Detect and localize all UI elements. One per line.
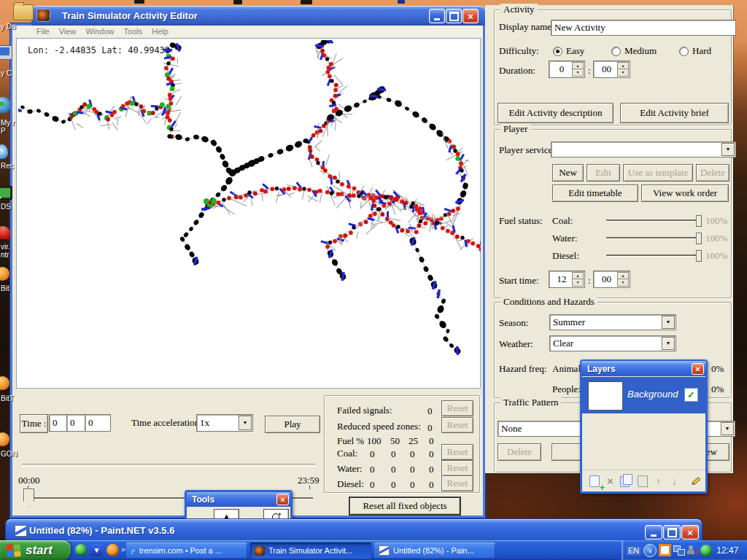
menu-file[interactable]: File bbox=[36, 27, 50, 36]
chevron-down-icon[interactable]: ▼ bbox=[662, 337, 675, 350]
ball-desktop-icon[interactable] bbox=[0, 267, 9, 281]
player-edit-button[interactable]: Edit bbox=[587, 164, 620, 182]
play-button[interactable]: Play bbox=[265, 416, 320, 433]
season-select[interactable]: Summer ▼ bbox=[549, 314, 676, 330]
duplicate-layer-button[interactable] bbox=[619, 473, 634, 489]
water-v2: 0 bbox=[391, 464, 396, 475]
close-icon[interactable]: × bbox=[692, 363, 704, 375]
view-work-order-button[interactable]: View work order bbox=[641, 184, 729, 202]
menu-view[interactable]: View bbox=[59, 27, 77, 36]
taskbar-item-trensim[interactable]: e trensim.com • Post a ... bbox=[126, 542, 247, 559]
layer-row-background[interactable]: Background ✓ bbox=[582, 377, 705, 413]
time-acceleration-select[interactable]: 1x ▼ bbox=[196, 414, 253, 432]
difficulty-hard-radio[interactable] bbox=[679, 47, 689, 56]
paintnet-app-icon bbox=[15, 525, 27, 537]
network-icon[interactable] bbox=[673, 545, 685, 556]
player-delete-button[interactable]: Delete bbox=[696, 164, 729, 182]
taskbar-item-paintnet[interactable]: Untitled (82%) - Pain... bbox=[374, 542, 495, 559]
duration-minutes-spinner[interactable]: 00 ▲ ▼ bbox=[593, 61, 630, 78]
tools-title-bar[interactable]: Tools bbox=[186, 491, 291, 507]
reset-failed-button[interactable]: Reset bbox=[441, 400, 473, 416]
desktop-icon-label: DS bbox=[1, 203, 11, 211]
layers-title-bar[interactable]: Layers bbox=[581, 361, 706, 376]
water-v3: 0 bbox=[410, 464, 415, 475]
spin-down-icon[interactable]: ▼ bbox=[617, 279, 629, 287]
edit-activity-description-button[interactable]: Edit Activity description bbox=[498, 103, 614, 123]
hide-icons-chevron-icon[interactable]: ‹ bbox=[643, 544, 657, 557]
use-as-template-button[interactable]: Use as template bbox=[623, 164, 693, 182]
difficulty-easy-radio[interactable] bbox=[553, 47, 562, 56]
start-hours-spinner[interactable]: 12 ▲ ▼ bbox=[549, 271, 585, 288]
fuel-header-100: 100 bbox=[367, 435, 382, 447]
close-button[interactable]: × bbox=[681, 525, 699, 540]
move-layer-up-button[interactable]: ↑ bbox=[651, 473, 666, 489]
track-map-svg[interactable] bbox=[18, 40, 481, 388]
edit-activity-brief-button[interactable]: Edit Activity brief bbox=[620, 103, 729, 123]
ball-desktop-icon[interactable] bbox=[0, 376, 9, 390]
globe-desktop-icon[interactable] bbox=[0, 97, 11, 113]
difficulty-medium-radio[interactable] bbox=[611, 47, 621, 56]
close-icon[interactable]: × bbox=[276, 494, 289, 505]
coal-slider-track[interactable] bbox=[606, 219, 700, 221]
tray-orange-icon[interactable] bbox=[659, 544, 671, 556]
diesel-slider-track[interactable] bbox=[606, 254, 700, 256]
add-layer-button[interactable]: + bbox=[587, 473, 602, 489]
water-slider-track[interactable] bbox=[606, 237, 700, 238]
language-indicator[interactable]: EN bbox=[626, 545, 641, 556]
quicklaunch-download-icon[interactable]: ▼ bbox=[90, 544, 103, 556]
water-slider-thumb[interactable] bbox=[696, 233, 702, 244]
time-button[interactable]: Time : bbox=[20, 414, 48, 433]
quicklaunch-bitcomet-icon[interactable] bbox=[75, 544, 87, 556]
player-service-select[interactable]: ▼ bbox=[551, 141, 736, 158]
route-map-canvas[interactable]: Lon: -2.44835 Lat: 40.99438 bbox=[16, 38, 481, 389]
player-new-button[interactable]: New bbox=[552, 164, 584, 182]
merge-down-button[interactable]: ↓ bbox=[635, 473, 650, 489]
start-button[interactable]: start bbox=[0, 540, 71, 560]
maximize-button[interactable] bbox=[663, 525, 681, 540]
layer-properties-pencil-icon[interactable] bbox=[688, 473, 703, 489]
chevron-down-icon[interactable]: ▼ bbox=[662, 316, 675, 329]
reset-all-fixed-objects-button[interactable]: Reset all fixed objects bbox=[349, 497, 461, 516]
menu-help[interactable]: Help bbox=[152, 27, 169, 36]
close-button[interactable]: × bbox=[462, 9, 479, 23]
menu-window[interactable]: Window bbox=[85, 27, 114, 36]
drop-desktop-icon[interactable] bbox=[0, 144, 8, 159]
title-bar[interactable]: Train Simulator Activity Editor × bbox=[31, 6, 485, 26]
spin-down-icon[interactable]: ▼ bbox=[572, 69, 584, 77]
move-layer-down-button[interactable]: ↓ bbox=[667, 473, 682, 489]
time-field-seconds[interactable]: 0 bbox=[85, 414, 111, 432]
start-minutes-spinner[interactable]: 00 ▲ ▼ bbox=[593, 271, 630, 288]
minimize-button[interactable] bbox=[645, 525, 662, 540]
weather-select[interactable]: Clear ▼ bbox=[549, 335, 676, 351]
maximize-button[interactable] bbox=[446, 9, 462, 23]
difficulty-hard-label: Hard bbox=[692, 45, 711, 57]
display-name-input[interactable]: New Activity bbox=[551, 20, 736, 36]
spin-down-icon[interactable]: ▼ bbox=[572, 279, 584, 287]
reset-diesel-button[interactable]: Reset bbox=[441, 475, 473, 491]
taskbar-item-train-simulator[interactable]: Train Simulator Activit... bbox=[250, 542, 371, 559]
duration-colon: : bbox=[588, 65, 591, 77]
minimize-button[interactable] bbox=[429, 9, 445, 23]
duration-hours-spinner[interactable]: 0 ▲ ▼ bbox=[549, 61, 585, 78]
ball-desktop-icon[interactable] bbox=[0, 432, 9, 446]
reset-coal-button[interactable]: Reset bbox=[441, 444, 473, 460]
edit-timetable-button[interactable]: Edit timetable bbox=[552, 184, 638, 202]
messenger-offline-icon[interactable]: × bbox=[687, 545, 698, 556]
coal-slider-thumb[interactable] bbox=[696, 215, 702, 227]
chevron-down-icon[interactable]: ▼ bbox=[721, 143, 735, 156]
traffic-delete-button[interactable]: Delete bbox=[498, 443, 541, 461]
delete-layer-button[interactable]: × bbox=[603, 473, 618, 489]
spin-down-icon[interactable]: ▼ bbox=[617, 69, 629, 77]
reset-water-button[interactable]: Reset bbox=[441, 460, 473, 476]
coal-v4: 0 bbox=[429, 448, 434, 460]
menu-tools[interactable]: Tools bbox=[124, 27, 143, 36]
reset-reduced-button[interactable]: Reset bbox=[441, 417, 473, 433]
diesel-slider-thumb[interactable] bbox=[696, 250, 702, 262]
chevron-down-icon[interactable]: ▼ bbox=[721, 422, 734, 435]
avira-desktop-icon[interactable] bbox=[0, 226, 10, 239]
tray-bitcomet-icon[interactable] bbox=[700, 545, 712, 556]
layer-visible-checkbox[interactable]: ✓ bbox=[684, 388, 698, 402]
quicklaunch-orange-icon[interactable] bbox=[107, 544, 119, 556]
chevron-down-icon[interactable]: ▼ bbox=[239, 416, 252, 430]
quicklaunch-chevron-icon[interactable]: » bbox=[121, 545, 125, 553]
